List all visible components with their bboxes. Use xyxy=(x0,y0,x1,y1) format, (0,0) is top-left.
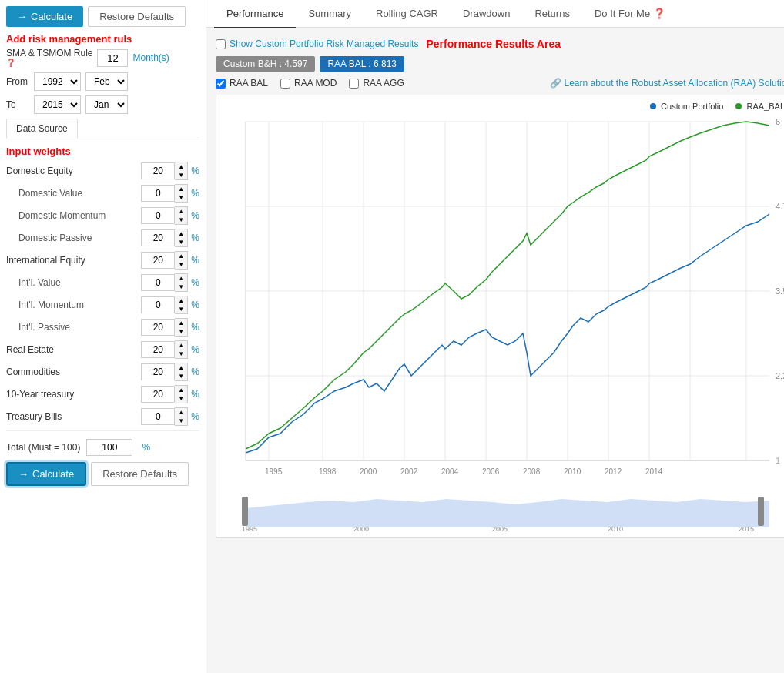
weight-down-11[interactable]: ▼ xyxy=(175,417,187,425)
weight-name-4: International Equity xyxy=(6,255,141,266)
svg-text:2006: 2006 xyxy=(482,467,500,476)
weight-up-10[interactable]: ▲ xyxy=(175,386,187,394)
nav-tab-returns[interactable]: Returns xyxy=(522,0,582,28)
weight-up-7[interactable]: ▲ xyxy=(175,319,187,327)
weight-pct-1: % xyxy=(191,188,199,199)
weight-input-2[interactable] xyxy=(141,207,175,224)
to-row: To 201520142016 JanFebMar xyxy=(6,95,199,114)
check-label-2: RAA AGG xyxy=(363,78,404,89)
calculate-button-top[interactable]: Calculate xyxy=(6,6,83,27)
weight-down-9[interactable]: ▼ xyxy=(175,372,187,380)
top-buttons: Calculate Restore Defaults xyxy=(6,6,199,27)
weight-spinner-8: ▲ ▼ xyxy=(175,340,188,359)
svg-text:1998: 1998 xyxy=(319,467,337,476)
check-item-raa-agg[interactable]: RAA AGG xyxy=(349,78,404,89)
weight-down-5[interactable]: ▼ xyxy=(175,283,187,291)
legend-raa-bal: RAA_BAL xyxy=(735,102,784,111)
weight-input-3[interactable] xyxy=(141,229,175,246)
weight-down-3[interactable]: ▼ xyxy=(175,238,187,246)
weight-input-6[interactable] xyxy=(141,296,175,313)
weight-input-5[interactable] xyxy=(141,274,175,291)
weight-name-3: Domestic Passive xyxy=(6,233,141,243)
tab-data-source[interactable]: Data Source xyxy=(6,119,78,139)
weight-up-3[interactable]: ▲ xyxy=(175,229,187,238)
from-row: From 199219931994 FebJanMar xyxy=(6,72,199,91)
svg-text:2008: 2008 xyxy=(523,467,541,476)
weight-input-0[interactable] xyxy=(141,162,175,179)
weight-up-2[interactable]: ▲ xyxy=(175,207,187,216)
restore-defaults-button-top[interactable]: Restore Defaults xyxy=(88,6,186,27)
sma-months[interactable]: Month(s) xyxy=(132,52,169,63)
weight-down-2[interactable]: ▼ xyxy=(175,216,187,224)
weight-pct-5: % xyxy=(191,277,199,288)
weight-input-7[interactable] xyxy=(141,319,175,336)
content-area: Show Custom Portfolio Risk Managed Resul… xyxy=(206,28,784,547)
from-year-select[interactable]: 199219931994 xyxy=(34,72,81,91)
weight-input-10[interactable] xyxy=(141,386,175,403)
weight-name-7: Int'l. Passive xyxy=(6,322,141,333)
weight-input-1[interactable] xyxy=(141,185,175,202)
weight-row-6: Int'l. Momentum ▲ ▼ % xyxy=(6,296,199,314)
restore-defaults-button-bottom[interactable]: Restore Defaults xyxy=(91,462,189,486)
check-item-raa-mod[interactable]: RAA MOD xyxy=(280,78,337,89)
show-custom-checkbox[interactable] xyxy=(216,39,226,49)
weight-spinner-6: ▲ ▼ xyxy=(175,296,188,314)
calculate-button-bottom[interactable]: Calculate xyxy=(6,462,86,486)
to-year-select[interactable]: 201520142016 xyxy=(34,95,81,114)
total-label: Total (Must = 100) xyxy=(6,442,80,453)
legend-custom-portfolio: Custom Portfolio xyxy=(650,102,723,111)
weight-row-10: 10-Year treasury ▲ ▼ % xyxy=(6,385,199,403)
weight-down-6[interactable]: ▼ xyxy=(175,305,187,313)
show-custom-checkbox-label[interactable]: Show Custom Portfolio Risk Managed Resul… xyxy=(216,39,418,49)
nav-tab-summary[interactable]: Summary xyxy=(296,0,364,28)
nav-tab-rolling-cagr[interactable]: Rolling CAGR xyxy=(364,0,451,28)
checkbox-0[interactable] xyxy=(216,79,226,89)
weight-pct-7: % xyxy=(191,322,199,333)
check-item-raa-bal[interactable]: RAA BAL xyxy=(216,78,268,89)
chart-container: Custom Portfolio RAA_BAL xyxy=(216,95,784,538)
to-month-select[interactable]: JanFebMar xyxy=(85,95,128,114)
weight-input-11[interactable] xyxy=(141,408,175,425)
weight-input-4[interactable] xyxy=(141,252,175,269)
svg-text:2012: 2012 xyxy=(605,467,622,476)
weight-down-0[interactable]: ▼ xyxy=(175,171,187,179)
weight-down-1[interactable]: ▼ xyxy=(175,193,187,202)
nav-tab-performance[interactable]: Performance xyxy=(214,0,296,28)
weight-name-9: Commodities xyxy=(6,367,141,377)
weight-input-9[interactable] xyxy=(141,363,175,380)
weight-up-9[interactable]: ▲ xyxy=(175,363,187,372)
weight-spinner-2: ▲ ▼ xyxy=(175,206,188,225)
weight-spinner-3: ▲ ▼ xyxy=(175,229,188,247)
badges-row: Custom B&H : 4.597 RAA BAL : 6.813 xyxy=(216,56,784,72)
checkbox-2[interactable] xyxy=(349,79,359,89)
total-input[interactable] xyxy=(86,439,132,456)
svg-text:2014: 2014 xyxy=(645,467,663,476)
nav-tab-drawdown[interactable]: Drawdown xyxy=(451,0,522,28)
weight-up-0[interactable]: ▲ xyxy=(175,162,187,171)
weight-down-4[interactable]: ▼ xyxy=(175,260,187,269)
weight-up-11[interactable]: ▲ xyxy=(175,408,187,417)
weight-up-5[interactable]: ▲ xyxy=(175,274,187,283)
svg-rect-41 xyxy=(758,497,764,526)
weight-up-6[interactable]: ▲ xyxy=(175,296,187,305)
learn-link[interactable]: 🔗 Learn about the Robust Asset Allocatio… xyxy=(550,78,784,89)
nav-tab-do-it-for-me[interactable]: Do It For Me ❓ xyxy=(582,0,678,28)
weight-pct-8: % xyxy=(191,344,199,355)
weight-down-8[interactable]: ▼ xyxy=(175,350,187,358)
weight-down-10[interactable]: ▼ xyxy=(175,394,187,403)
weight-up-4[interactable]: ▲ xyxy=(175,252,187,260)
checkbox-1[interactable] xyxy=(280,79,290,89)
weight-spinner-1: ▲ ▼ xyxy=(175,184,188,203)
weight-up-1[interactable]: ▲ xyxy=(175,185,187,193)
weight-pct-11: % xyxy=(191,411,199,422)
weight-input-8[interactable] xyxy=(141,341,175,358)
sma-input[interactable] xyxy=(97,49,128,67)
weight-row-11: Treasury Bills ▲ ▼ % xyxy=(6,407,199,426)
svg-text:6: 6 xyxy=(776,117,780,126)
check-label-1: RAA MOD xyxy=(294,78,337,89)
weight-up-8[interactable]: ▲ xyxy=(175,341,187,350)
from-month-select[interactable]: FebJanMar xyxy=(85,72,128,91)
svg-text:2000: 2000 xyxy=(360,467,377,476)
weight-spinner-10: ▲ ▼ xyxy=(175,385,188,403)
weight-down-7[interactable]: ▼ xyxy=(175,327,187,336)
